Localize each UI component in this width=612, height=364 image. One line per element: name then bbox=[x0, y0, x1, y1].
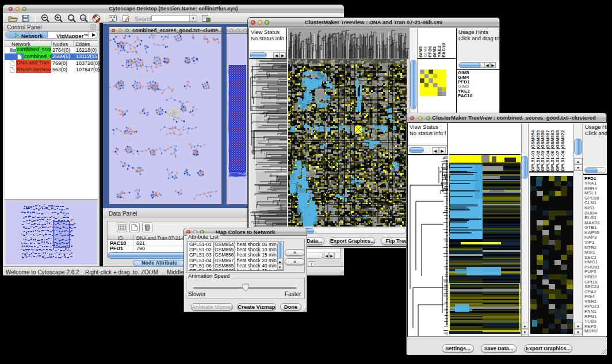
svg-text:1:1: 1:1 bbox=[81, 17, 85, 20]
